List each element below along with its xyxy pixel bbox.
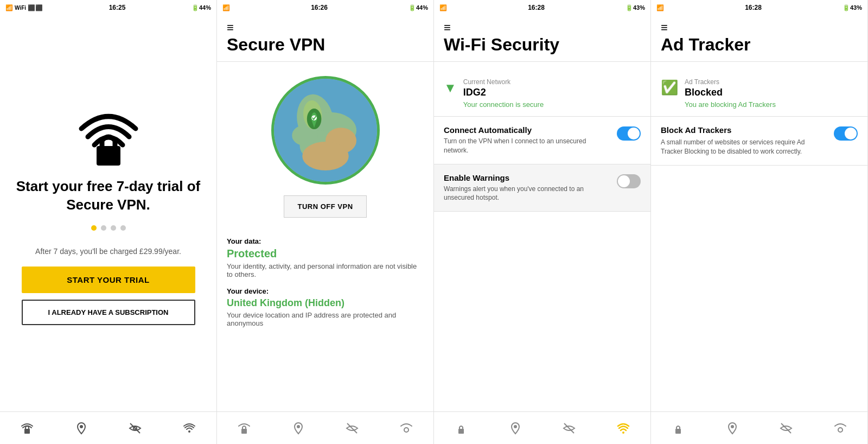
nav3-eye[interactable] [562,421,576,435]
dot-3 [111,225,116,231]
secure-text: Your connection is secure [463,100,641,109]
wifi-network-icon: ▼ [444,80,457,96]
hamburger-icon[interactable]: ≡ [227,21,234,34]
battery-icon: 🔋44% [192,4,211,11]
bottom-nav-1 [0,411,216,444]
nav2-eye-off[interactable] [345,421,359,435]
warnings-desc: Warnings alert you when you've connected… [444,185,610,203]
wifi-icon: WiFi [15,5,26,11]
svg-point-17 [297,425,300,428]
hamburger-icon-3[interactable]: ≡ [444,21,451,34]
status-left-icons: 📶 WiFi ⬛⬛ [5,4,43,11]
trial-content: Start your free 7-day trial of Secure VP… [0,15,216,411]
svg-point-19 [404,428,409,432]
nav3-wifi[interactable] [454,421,468,435]
connect-auto-item: Connect Automatically Turn on the VPN wh… [434,117,650,164]
dot-2 [101,225,106,231]
nav-wifi-lock[interactable] [20,421,34,435]
right-2: 🔋44% [409,4,428,11]
signal-2: 📶 [222,4,230,11]
svg-line-26 [781,423,791,433]
data-value: Protected [227,248,424,260]
vpn-title: Secure VPN [217,35,433,61]
toggle-knob-1 [628,128,640,139]
svg-point-21 [514,425,517,428]
status-bar-4: 📶 16:28 🔋43% [651,0,867,15]
start-trial-button[interactable]: START YOUR TRIAL [22,267,195,293]
nav4-eye[interactable] [779,421,793,435]
map-container [217,76,433,185]
connect-auto-label: Connect Automatically [444,125,610,135]
block-content: Block Ad Trackers A small number of webs… [661,125,827,156]
status-bar-2: 📶 16:26 🔋44% [217,0,433,15]
enable-warnings-item: Enable Warnings Warnings alert you when … [434,164,650,212]
nav-location[interactable] [74,421,88,435]
check-mark-icon: ✅ [661,79,678,96]
svg-point-25 [731,425,734,428]
warnings-toggle[interactable] [617,174,641,188]
turn-off-vpn-button[interactable]: TURN OFF VPN [284,195,366,218]
svg-point-2 [80,425,83,428]
trial-price-text: After 7 days, you'll be charged £29.99/y… [35,247,181,256]
nav3-location[interactable] [508,421,522,435]
svg-point-12 [302,142,349,170]
network-content: Current Network IDG2 Your connection is … [463,78,641,109]
svg-point-5 [188,430,190,433]
tracker-content: Ad Trackers Blocked You are blocking Ad … [685,78,858,109]
ad-tracker-screen: 📶 16:28 🔋43% ≡ Ad Tracker ✅ Ad Trackers … [651,0,868,444]
nav2-location[interactable] [291,421,305,435]
time-2: 16:26 [311,4,328,11]
tracker-status: Blocked [685,87,858,98]
ad-tracker-title: Ad Tracker [651,35,867,61]
bottom-nav-4 [651,411,867,444]
nav4-wifi[interactable] [671,421,685,435]
nav-settings[interactable] [182,421,196,435]
block-desc: A small number of websites or services r… [661,138,827,156]
signal-3: 📶 [439,4,447,11]
warnings-content: Enable Warnings Warnings alert you when … [444,173,610,203]
divider-1 [217,61,433,62]
status-bar-1: 📶 WiFi ⬛⬛ 16:25 🔋44% [0,0,216,15]
connect-auto-toggle[interactable] [617,126,641,141]
bluetooth-icon: ⬛⬛ [28,4,43,11]
nav2-settings[interactable] [399,421,413,435]
connect-auto-desc: Turn on the VPN when I connect to an uns… [444,137,610,155]
wifi-security-screen: 📶 16:28 🔋43% ≡ Wi-Fi Security ▼ Current … [434,0,651,444]
nav2-wifi[interactable] [237,421,251,435]
svg-rect-0 [97,146,120,166]
device-label: Your device: [227,287,424,295]
data-desc: Your identity, activity, and personal in… [227,262,424,278]
dot-1 [91,225,97,231]
trial-screen: 📶 WiFi ⬛⬛ 16:25 🔋44% Start your free 7-d… [0,0,217,444]
block-trackers-toggle[interactable] [834,126,858,141]
nav-eye-off[interactable] [128,421,142,435]
dot-4 [120,225,126,231]
turn-off-container: TURN OFF VPN [217,195,433,229]
subscription-button[interactable]: I ALREADY HAVE A SUBSCRIPTION [22,300,195,325]
time-display: 16:25 [109,4,126,11]
right-status-icons: 🔋44% [192,4,211,11]
svg-line-4 [130,423,140,433]
menu-header-2: ≡ [217,15,433,35]
device-desc: Your device location and IP address are … [227,311,424,327]
status-bar-3: 📶 16:28 🔋43% [434,0,650,15]
current-network-item: ▼ Current Network IDG2 Your connection i… [434,71,650,117]
network-name: IDG2 [463,87,641,98]
time-3: 16:28 [528,4,545,11]
nav4-location[interactable] [725,421,739,435]
vpn-data-section: Your data: Protected Your identity, acti… [217,237,433,336]
svg-line-18 [347,423,357,433]
warnings-label: Enable Warnings [444,173,610,182]
trial-title: Start your free 7-day trial of Secure VP… [11,177,206,214]
nav4-settings[interactable] [833,421,847,435]
nav3-wifi-active[interactable] [616,421,630,435]
svg-rect-24 [675,429,681,434]
lock-illustration [76,102,141,161]
bottom-nav-3 [434,411,650,444]
svg-rect-16 [241,429,247,434]
svg-point-27 [838,428,843,432]
data-label: Your data: [227,237,424,245]
menu-header-4: ≡ [651,15,867,35]
hamburger-icon-4[interactable]: ≡ [661,21,668,34]
svg-line-22 [564,423,574,433]
